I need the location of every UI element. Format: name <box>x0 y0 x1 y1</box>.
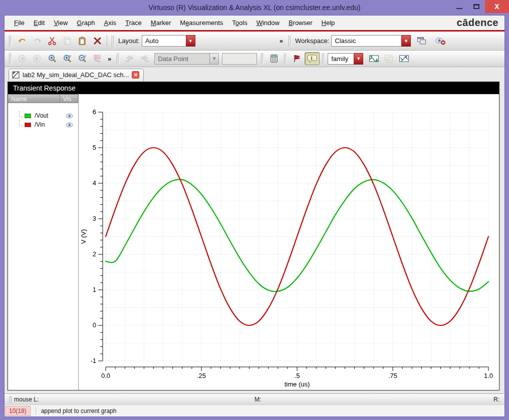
graph-client-area: Transient Response Name Vis /Vout/Vin -1… <box>5 81 504 393</box>
eye-icon <box>66 122 73 128</box>
new-subwindow-button[interactable] <box>414 35 429 48</box>
paste-icon <box>78 37 87 46</box>
trace-name: /Vin <box>35 121 45 128</box>
toolbar-grip[interactable] <box>322 53 325 64</box>
menu-trace[interactable]: Trace <box>121 17 146 29</box>
eye-icon <box>66 113 73 119</box>
previous-view-button[interactable] <box>15 52 30 65</box>
close-button[interactable]: X <box>485 0 509 13</box>
window-titlebar[interactable]: Virtuoso (R) Visualization & Analysis XL… <box>0 0 509 15</box>
swap-sweep-button[interactable] <box>366 52 381 65</box>
delete-button[interactable] <box>90 35 105 48</box>
vertical-marker-button[interactable] <box>90 52 105 65</box>
trace-color-swatch[interactable] <box>25 114 31 118</box>
info-balloon-button[interactable]: i <box>305 52 320 65</box>
menu-window[interactable]: Window <box>252 17 284 29</box>
calculator-button[interactable] <box>267 52 282 65</box>
zoom-out-2x-button[interactable]: 2 <box>75 52 90 65</box>
toolbar-grip[interactable] <box>289 36 292 47</box>
svg-text:i: i <box>311 56 313 61</box>
toolbar-overflow-button[interactable]: » <box>277 37 286 45</box>
menu-help[interactable]: Help <box>317 17 340 29</box>
tab-close-button[interactable]: ✕ <box>132 71 139 79</box>
y-tick-label: -1 <box>90 357 96 364</box>
menu-view[interactable]: View <box>49 17 72 29</box>
menu-tools[interactable]: Tools <box>227 17 251 29</box>
layout-combobox[interactable]: Auto ▼ <box>142 35 195 47</box>
layout-label: Layout: <box>118 37 140 45</box>
chevron-down-icon[interactable]: ▼ <box>401 35 411 47</box>
vertical-marker-icon <box>93 54 102 63</box>
maximize-button[interactable] <box>468 0 485 13</box>
cadence-logo: cādence <box>456 17 498 29</box>
legend-row-Vout[interactable]: /Vout <box>8 111 78 120</box>
cut-button[interactable] <box>45 35 60 48</box>
copy-button[interactable] <box>60 35 75 48</box>
chevron-down-icon[interactable]: ▼ <box>186 35 195 47</box>
menu-axis[interactable]: Axis <box>99 17 121 29</box>
minimize-button[interactable] <box>451 0 468 13</box>
toolbar-grip[interactable] <box>117 53 120 64</box>
x-axis-title: time (us) <box>285 380 310 388</box>
toolbar-grip[interactable] <box>9 53 12 64</box>
tab-lab2-schematic[interactable]: lab2 My_sim_Ideal_ADC_DAC sch... ✕ <box>9 69 144 81</box>
datapoint-combobox[interactable]: Data Point ▼ <box>154 53 219 65</box>
menu-browser[interactable]: Browser <box>284 17 317 29</box>
y-tick-label: 6 <box>93 108 96 116</box>
undo-button[interactable] <box>15 35 30 48</box>
trace-color-swatch[interactable] <box>25 123 31 127</box>
flag-icon <box>293 54 302 63</box>
main-toolbar: Layout: Auto ▼ » Workspace: Classic ▼ <box>5 32 504 51</box>
y-tick-label: 5 <box>93 144 96 151</box>
previous-point-button[interactable] <box>122 52 137 65</box>
visibility-toggle[interactable] <box>66 113 73 119</box>
visibility-toggle[interactable] <box>66 122 73 128</box>
next-view-button[interactable] <box>30 52 45 65</box>
maximize-icon <box>473 4 479 9</box>
toolbar-grip[interactable] <box>284 53 287 64</box>
chevron-down-icon[interactable]: ▼ <box>354 53 363 65</box>
family-combobox[interactable]: family ▼ <box>328 53 363 65</box>
plot-canvas[interactable]: -101234560.0.25.5.751.0time (us)V (V) <box>79 94 503 390</box>
statusbar-grip[interactable] <box>10 396 12 403</box>
legend-row-Vin[interactable]: /Vin <box>8 120 78 129</box>
y-axis-title: V (V) <box>80 229 87 244</box>
zoom-button[interactable] <box>45 52 60 65</box>
flag-button[interactable] <box>290 52 305 65</box>
trace-name: /Vout <box>35 112 48 119</box>
tree-branch <box>19 111 24 117</box>
menu-edit[interactable]: Edit <box>29 17 49 29</box>
strip-chart-button[interactable] <box>396 52 411 65</box>
strip-chart-icon <box>399 54 409 63</box>
datapoint-value: Data Point <box>154 53 209 65</box>
toolbar-grip[interactable] <box>261 53 264 64</box>
info-bar: 10(18) append plot to current graph <box>5 404 504 416</box>
plot-area: -101234560.0.25.5.751.0time (us)V (V) <box>79 94 499 390</box>
zoom-in-2x-button[interactable]: 2 <box>60 52 75 65</box>
graph-window: Transient Response Name Vis /Vout/Vin -1… <box>8 82 499 390</box>
legend-name-header[interactable]: Name <box>8 94 60 103</box>
next-point-button[interactable] <box>137 52 152 65</box>
toolbar-grip[interactable] <box>112 36 115 47</box>
previous-point-icon <box>125 55 135 63</box>
point-value-input[interactable] <box>222 53 257 65</box>
undo-icon <box>18 36 27 46</box>
y-tick-label: 2 <box>93 250 96 258</box>
y-tick-label: 0 <box>93 321 96 329</box>
trace-legend-panel: Name Vis /Vout/Vin <box>8 94 79 390</box>
menu-marker[interactable]: Marker <box>146 17 175 29</box>
overlay-button[interactable] <box>381 52 396 65</box>
swap-sweep-icon <box>369 54 379 63</box>
toolbar-grip[interactable] <box>9 36 12 47</box>
menu-graph[interactable]: Graph <box>72 17 99 29</box>
toolbar-overflow-button[interactable]: » <box>105 55 114 63</box>
redo-button[interactable] <box>30 35 45 48</box>
menu-file[interactable]: File <box>10 17 29 29</box>
workspace-combobox[interactable]: Classic ▼ <box>331 35 411 47</box>
hide-trace-button[interactable] <box>433 35 448 48</box>
menu-measurements[interactable]: Measurements <box>175 17 227 29</box>
chevron-down-icon: ▼ <box>209 53 219 65</box>
paste-button[interactable] <box>75 35 90 48</box>
legend-vis-header[interactable]: Vis <box>60 94 78 103</box>
calculator-icon <box>270 54 279 63</box>
